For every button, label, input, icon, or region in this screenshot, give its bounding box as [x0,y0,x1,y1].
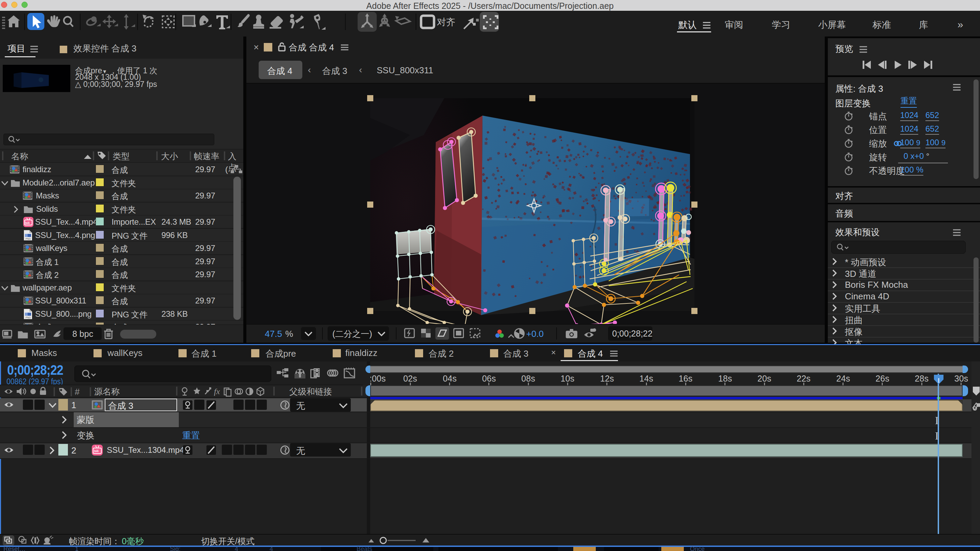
svg-text:PNG: PNG [25,238,31,240]
svg-text:对齐: 对齐 [437,17,455,27]
svg-text:#: # [75,387,80,397]
svg-text:bili: bili [94,449,99,453]
svg-text:fx: fx [214,387,220,396]
svg-text:bili: bili [25,221,30,225]
svg-text:PNG: PNG [25,316,31,319]
